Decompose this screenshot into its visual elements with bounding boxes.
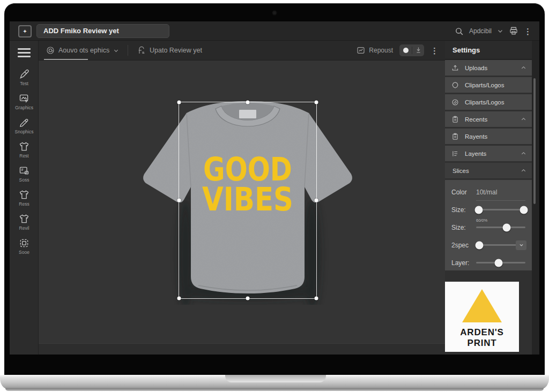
pen-icon — [19, 69, 29, 80]
brand-name-line2: PRINT — [460, 338, 503, 349]
panel-row-uploads[interactable]: Uploads — [445, 60, 532, 76]
badge-icon — [46, 46, 55, 55]
selection-handle[interactable] — [177, 297, 181, 300]
tshirt-icon — [19, 141, 29, 152]
panel-row-rayents[interactable]: Rayents — [445, 129, 532, 144]
aspect-slider-row: 2spec — [451, 236, 525, 254]
selection-handle[interactable] — [177, 101, 181, 104]
search-icon[interactable] — [455, 27, 464, 36]
webcam-dot — [272, 11, 277, 15]
tab-review[interactable]: Upato Review yet — [137, 41, 202, 60]
panel-row-layents[interactable]: Layents — [445, 146, 532, 161]
report-icon — [357, 46, 365, 55]
overflow-menu-icon[interactable]: ⋮ — [524, 27, 532, 35]
clipart-icon — [451, 99, 459, 106]
request-label: Repoust — [369, 47, 393, 54]
brand-name-line1: ARDEN'S — [460, 327, 503, 338]
title-input[interactable]: ADD Fmiko Review yet — [36, 24, 169, 38]
pencil-icon — [19, 117, 29, 128]
upload-badge-icon — [137, 46, 146, 55]
size-slider-value: 60/0% — [476, 218, 487, 223]
request-button[interactable]: Repoust — [357, 46, 393, 55]
panel-row-slices[interactable]: Slices — [445, 163, 532, 178]
aspect-slider-handle[interactable] — [475, 241, 483, 249]
tab-graphics-label: Aouvo ots ephics — [58, 47, 109, 54]
size-range-handle-max[interactable] — [520, 206, 528, 214]
tool-test[interactable]: Test — [10, 65, 39, 89]
layers-icon — [451, 150, 459, 157]
laptop-base-shadow — [5, 388, 544, 391]
selection-handle[interactable] — [246, 101, 250, 104]
design-canvas[interactable]: GOOD VIBES — [39, 61, 445, 343]
selection-handle[interactable] — [315, 297, 318, 300]
layer-slider-handle[interactable] — [495, 259, 503, 267]
chevron-up-icon — [521, 150, 526, 156]
brand-logo-card: ARDEN'S PRINT — [445, 282, 519, 352]
laptop-notch — [225, 375, 326, 382]
dashed-square-icon — [19, 238, 29, 248]
chevron-down-icon — [113, 48, 119, 54]
color-value[interactable]: 10t/mal — [476, 189, 497, 196]
chevron-down-icon[interactable] — [497, 28, 503, 34]
panel-row-cliparts-1[interactable]: Cliparts/Logos — [445, 77, 532, 93]
size-range-row: Size: — [451, 201, 525, 218]
tool-revil[interactable]: Revil — [10, 210, 39, 234]
app-logo-button[interactable]: ✦ — [18, 25, 32, 37]
tshirt-icon — [19, 214, 29, 224]
app-window: ✦ ADD Fmiko Review yet Apdcibil ⋮ Test — [10, 21, 539, 355]
tool-snophics[interactable]: Snophics — [10, 114, 39, 138]
tab-graphics[interactable]: Aouvo ots ephics — [46, 41, 119, 60]
slice-controls: Color 10t/mal Size: Size: 60/0% — [445, 180, 532, 270]
chevron-up-icon — [521, 116, 526, 122]
tshirt-icon — [19, 190, 29, 200]
hamburger-menu-icon[interactable] — [18, 48, 31, 57]
scrollbar-thumb[interactable] — [533, 78, 536, 204]
triangle-logo-icon — [462, 289, 502, 322]
title-bar: ✦ ADD Fmiko Review yet Apdcibil ⋮ — [10, 21, 539, 41]
size-slider-track[interactable] — [476, 227, 525, 228]
panel-row-cliparts-2[interactable]: Cliparts/Logos — [445, 94, 532, 110]
tool-graphics[interactable]: Graphics — [10, 89, 39, 114]
selection-handle[interactable] — [177, 199, 181, 202]
image-icon — [19, 93, 29, 104]
size-range-handle-min[interactable] — [474, 206, 483, 214]
toggle-dot-icon — [403, 48, 409, 53]
divider — [128, 45, 128, 56]
download-icon — [414, 46, 422, 54]
chevron-up-icon — [521, 168, 526, 174]
tool-sooe[interactable]: Sooe — [10, 234, 39, 258]
clipboard-icon — [451, 133, 459, 140]
panel-scrollbar[interactable] — [532, 41, 539, 355]
size-slider-handle[interactable] — [503, 223, 511, 231]
canvas-footer-strip — [39, 343, 445, 355]
tool-soss[interactable]: Soss — [10, 162, 39, 186]
aspect-dropdown[interactable] — [516, 240, 526, 250]
upload-icon — [451, 64, 459, 72]
toolbar-overflow-icon[interactable]: ⋮ — [431, 47, 439, 55]
selection-handle[interactable] — [315, 199, 318, 202]
left-toolbar: Test Graphics Snophics Rest Soss Ress — [10, 41, 39, 355]
settings-panel: Settings Uploads Cliparts/Logos Cliparts… — [445, 41, 532, 355]
frame-icon — [19, 165, 29, 176]
selection-bounding-box[interactable] — [179, 102, 317, 299]
clipart-icon — [451, 81, 459, 89]
layer-slider-row: Layer: — [451, 254, 525, 272]
color-row: Color 10t/mal — [451, 183, 525, 201]
printer-icon[interactable] — [509, 26, 518, 36]
tab-review-label: Upato Review yet — [150, 47, 202, 54]
view-toggle[interactable] — [399, 44, 424, 56]
selection-handle[interactable] — [246, 297, 250, 300]
active-tab-indicator — [44, 59, 88, 60]
clipboard-icon — [451, 116, 459, 123]
selection-handle[interactable] — [315, 101, 318, 104]
panel-title: Settings — [445, 41, 532, 60]
account-label[interactable]: Apdcibil — [469, 27, 492, 35]
panel-row-recents[interactable]: Recents — [445, 111, 532, 127]
tool-ress[interactable]: Ress — [10, 186, 39, 210]
size-slider-row: Size: 60/0% — [451, 218, 525, 236]
tab-bar: Aouvo ots ephics Upato Review yet Repous… — [39, 41, 445, 61]
size-range-track[interactable] — [476, 209, 525, 210]
chevron-up-icon — [521, 65, 526, 71]
tool-rest[interactable]: Rest — [10, 138, 39, 162]
